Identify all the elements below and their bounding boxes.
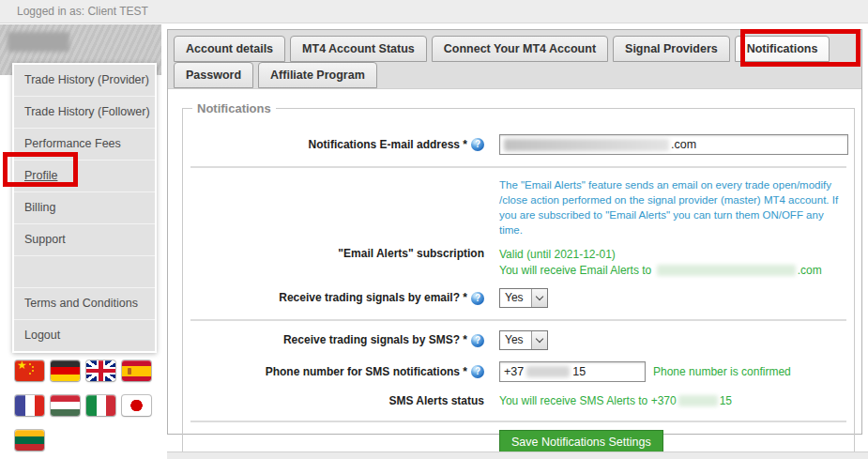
row-email-signals: Receive trading signals by email? * Yes (189, 288, 848, 308)
email-signals-value: Yes (500, 289, 531, 307)
sms-status-suffix: 15 (720, 394, 732, 407)
tab-row: Account detailsMT4 Account StatusConnect… (174, 36, 856, 62)
tab-password[interactable]: Password (174, 62, 253, 88)
redacted-email-value (504, 139, 669, 151)
subscription-detail: You will receive Email Alerts to .com (499, 263, 822, 279)
row-subscription: "Email Alerts" subscription Valid (until… (189, 247, 848, 279)
tab-row: PasswordAffiliate Program (174, 62, 856, 88)
flag-lithuanian-icon[interactable] (15, 430, 44, 451)
sidebar-item-support[interactable]: Support (14, 223, 155, 255)
email-address-input[interactable]: .com (499, 134, 848, 155)
flag-chinese-icon[interactable] (15, 360, 44, 381)
tab-signal-providers[interactable]: Signal Providers (613, 36, 730, 62)
divider (190, 166, 846, 168)
flag-french-icon[interactable] (15, 395, 44, 416)
subscription-detail-suffix: .com (798, 264, 822, 277)
row-email-alerts-info: The "Email Alerts" feature sends an emai… (189, 177, 848, 237)
phone-visible-prefix: +37 (504, 365, 524, 378)
email-signals-select[interactable]: Yes (499, 288, 548, 308)
divider (190, 421, 846, 422)
topbar: Logged in as: Client TEST (0, 0, 868, 23)
logged-in-text: Logged in as: Client TEST (17, 0, 148, 23)
logo-blurred (8, 32, 69, 52)
chevron-down-icon (531, 331, 547, 349)
tab-content: Notifications Notifications E-mail addre… (168, 89, 861, 459)
chevron-glyph (535, 293, 542, 300)
email-signals-label: Receive trading signals by email? * (189, 291, 467, 305)
sidebar-item-trade-history-follower[interactable]: Trade History (Follower) (14, 96, 155, 128)
row-phone: Phone number for SMS notifications * +37… (189, 361, 848, 382)
sidebar-item-profile[interactable]: Profile (14, 160, 155, 191)
sms-signals-label: Receive trading signals by SMS? * (189, 333, 467, 347)
redacted-email-value (657, 265, 796, 276)
main-panel: Account detailsMT4 Account StatusConnect… (167, 29, 862, 435)
language-flags (15, 360, 165, 459)
sidebar-item-performance-fees[interactable]: Performance Fees (14, 128, 155, 160)
phone-label: Phone number for SMS notifications * (189, 365, 467, 379)
subscription-detail-prefix: You will receive Email Alerts to (499, 264, 651, 277)
sms-signals-value: Yes (500, 331, 531, 349)
email-address-label: Notifications E-mail address * (189, 138, 467, 152)
sidebar-item-terms-and-conditions[interactable]: Terms and Conditions (14, 287, 155, 319)
sms-status-label: SMS Alerts status (189, 394, 484, 408)
chevron-down-icon (531, 289, 547, 307)
divider (190, 319, 846, 321)
help-icon[interactable] (471, 365, 484, 378)
tab-connect-your-mt4-account[interactable]: Connect Your MT4 Account (432, 36, 608, 62)
flag-hungarian-icon[interactable] (51, 395, 80, 416)
phone-visible-suffix: 15 (572, 365, 586, 378)
tab-affiliate-program[interactable]: Affiliate Program (258, 62, 377, 88)
notifications-fieldset: Notifications Notifications E-mail addre… (182, 101, 855, 459)
chevron-glyph (535, 335, 542, 343)
flag-spanish-icon[interactable] (122, 360, 151, 381)
subscription-status: Valid (until 2021-12-01) (499, 247, 822, 263)
subscription-label: "Email Alerts" subscription (189, 247, 484, 261)
notifications-legend: Notifications (192, 101, 276, 115)
sidebar-item-logout[interactable]: Logout (14, 319, 155, 351)
phone-confirmed-text: Phone number is confirmed (653, 364, 791, 380)
row-email-address: Notifications E-mail address * .com (189, 134, 848, 155)
help-icon[interactable] (471, 334, 484, 347)
help-icon[interactable] (471, 292, 484, 305)
sms-status-text: You will receive SMS Alerts to +37015 (499, 393, 732, 409)
email-visible-suffix: .com (671, 138, 696, 151)
row-sms-signals: Receive trading signals by SMS? * Yes (189, 330, 848, 350)
sidebar-item-hidden (14, 255, 155, 287)
redacted-phone-digits (678, 395, 718, 406)
sms-status-prefix: You will receive SMS Alerts to +370 (499, 394, 677, 407)
sms-signals-select[interactable]: Yes (499, 330, 548, 350)
email-alerts-description: The "Email Alerts" feature sends an emai… (499, 177, 839, 237)
sidebar-item-billing[interactable]: Billing (14, 191, 155, 223)
footer-bar (167, 451, 868, 459)
redacted-phone-digits (526, 366, 570, 377)
phone-input[interactable]: +37 15 (499, 361, 646, 382)
row-sms-status: SMS Alerts status You will receive SMS A… (189, 393, 848, 409)
flag-english-icon[interactable] (86, 360, 115, 381)
tab-strip: Account detailsMT4 Account StatusConnect… (168, 30, 861, 89)
sidebar-menu: Trade History (Provider)Trade History (F… (12, 63, 157, 353)
tab-notifications[interactable]: Notifications (735, 36, 830, 62)
tab-mt4-account-status[interactable]: MT4 Account Status (290, 36, 427, 62)
flag-german-icon[interactable] (51, 360, 80, 381)
sidebar-item-trade-history-provider[interactable]: Trade History (Provider) (14, 65, 155, 96)
flag-italian-icon[interactable] (86, 395, 115, 416)
help-icon[interactable] (471, 138, 484, 151)
flag-japanese-icon[interactable] (122, 395, 151, 416)
tab-account-details[interactable]: Account details (174, 36, 285, 62)
